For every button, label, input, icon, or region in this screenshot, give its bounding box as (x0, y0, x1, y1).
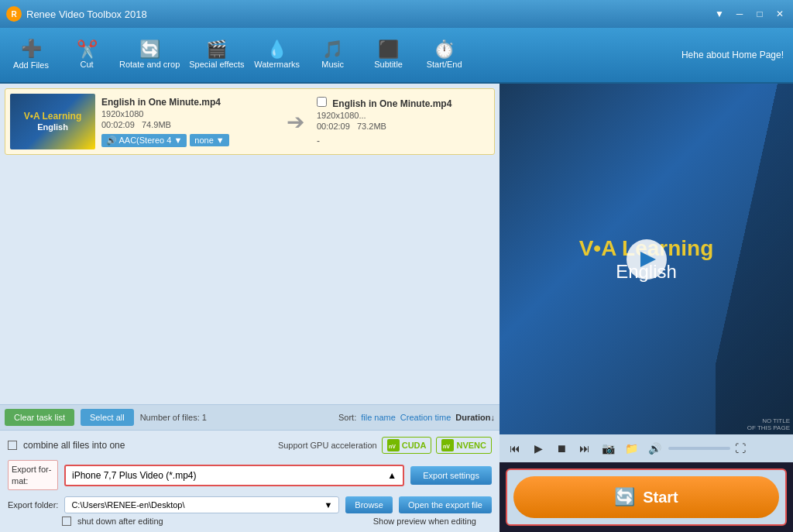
output-file-info: English in One Minute.mp4 1920x1080... 0… (317, 97, 489, 146)
home-page-text: Hehe about Home Page! (681, 50, 784, 60)
main-area: V•A Learning English English in One Minu… (0, 84, 793, 532)
close-button[interactable]: ✕ (773, 7, 787, 21)
folder-path-text: C:\Users\RENEE-en\Desktop\ (71, 500, 184, 510)
source-duration: 00:02:09 (101, 120, 135, 129)
file-thumbnail: V•A Learning English (10, 94, 95, 149)
logo-text: R (11, 10, 16, 19)
output-duration-size: 00:02:09 73.2MB (317, 122, 489, 131)
toolbar-rotate-crop[interactable]: 🔄 Rotate and crop (115, 29, 184, 81)
export-area: combine all files into one Support GPU a… (0, 430, 499, 532)
cut-label: Cut (80, 60, 93, 69)
rotate-label: Rotate and crop (119, 60, 180, 69)
nvenc-label: NVENC (456, 441, 486, 450)
export-folder-row: Export folder: C:\Users\RENEE-en\Desktop… (8, 496, 492, 513)
source-controls: 🔊 AAC(Stereo 4 ▼ none ▼ (101, 134, 274, 147)
export-folder-path: C:\Users\RENEE-en\Desktop\ ▼ (64, 496, 339, 513)
tray-button[interactable]: ▼ (712, 7, 726, 21)
folder-dropdown-arrow: ▼ (324, 500, 332, 510)
music-icon: 🎵 (322, 41, 343, 58)
volume-bar[interactable] (668, 447, 730, 450)
fullscreen-button[interactable]: ⛶ (735, 442, 746, 455)
export-settings-button[interactable]: Export settings (410, 466, 492, 485)
file-count-label: Number of files: 1 (140, 413, 207, 422)
sort-creation-time[interactable]: Creation time (400, 413, 451, 422)
export-format-value: iPhone 7,7 Plus Video (*.mp4) (72, 470, 197, 481)
output-checkbox[interactable] (317, 97, 327, 107)
shutdown-text: shut down after editing (77, 517, 163, 526)
skip-forward-button[interactable]: ⏭ (575, 439, 594, 458)
source-resolution: 1920x1080 (101, 109, 274, 118)
cuda-label: CUDA (402, 441, 427, 450)
toolbar-home-link[interactable]: Hehe about Home Page! (681, 50, 790, 60)
source-filename: English in One Minute.mp4 (101, 97, 274, 108)
start-label: Start (643, 489, 678, 506)
toolbar-start-end[interactable]: ⏱️ Start/End (417, 29, 472, 81)
app-title: Renee Video Toolbox 2018 (26, 9, 712, 20)
subtitle-dropdown[interactable]: none ▼ (190, 134, 228, 146)
toolbar-special-effects[interactable]: 🎬 Special effects (184, 29, 249, 81)
music-label: Music (321, 60, 344, 69)
diagonal-decoration (716, 84, 793, 434)
nvidia-nvenc-icon: nV (441, 439, 454, 451)
toolbar-watermarks[interactable]: 💧 Watermarks (249, 29, 305, 81)
audio-track-dropdown[interactable]: 🔊 AAC(Stereo 4 ▼ (101, 134, 187, 147)
file-item: V•A Learning English English in One Minu… (5, 88, 495, 155)
preview-label: Show preview when editing (373, 517, 476, 526)
titlebar: R Renee Video Toolbox 2018 ▼ ─ □ ✕ (0, 0, 793, 28)
export-format-select[interactable]: iPhone 7,7 Plus Video (*.mp4) ▲ (64, 465, 404, 486)
shutdown-checkbox[interactable] (62, 517, 71, 526)
toolbar-add-files[interactable]: ➕ Add Files (3, 29, 59, 81)
add-files-icon: ➕ (21, 40, 42, 57)
folder-button[interactable]: 📁 (622, 439, 640, 458)
combine-checkbox[interactable] (8, 441, 17, 450)
snapshot-button[interactable]: 📷 (599, 439, 617, 458)
output-name-text: English in One Minute.mp4 (332, 98, 451, 109)
toolbar-music[interactable]: 🎵 Music (305, 29, 361, 81)
skip-back-button[interactable]: ⏮ (506, 439, 524, 458)
open-folder-button[interactable]: Open the export file (399, 496, 492, 513)
video-info-text: NO TITLEOF THIS PAGE (747, 417, 790, 431)
export-folder-label: Export folder: (8, 500, 58, 510)
stop-button[interactable]: ⏹ (552, 439, 571, 458)
video-info-overlay: NO TITLEOF THIS PAGE (747, 417, 790, 431)
sort-file-name[interactable]: file name (361, 413, 396, 422)
maximize-button[interactable]: □ (753, 7, 767, 21)
toolbar-subtitle[interactable]: ⬛ Subtitle (361, 29, 417, 81)
window-controls: ▼ ─ □ ✕ (712, 7, 787, 21)
combine-gpu-row: combine all files into one Support GPU a… (8, 437, 492, 454)
start-end-icon: ⏱️ (434, 41, 455, 58)
select-all-button[interactable]: Select all (81, 409, 134, 426)
voa-logo-thumb: V•A Learning English (24, 111, 81, 132)
start-button[interactable]: 🔄 Start (513, 476, 779, 518)
export-format-label: Export for-mat: (8, 460, 58, 490)
gpu-support-label: Support GPU acceleration (278, 441, 377, 450)
watermarks-label: Watermarks (254, 60, 300, 69)
volume-button[interactable]: 🔊 (645, 439, 664, 458)
shutdown-label[interactable]: shut down after editing (62, 517, 163, 526)
source-duration-size: 00:02:09 74.9MB (101, 120, 274, 129)
gpu-row: Support GPU acceleration nV CUDA nV (278, 437, 492, 454)
start-end-label: Start/End (427, 60, 462, 69)
play-button[interactable] (627, 239, 667, 280)
nvenc-badge[interactable]: nV NVENC (436, 437, 492, 454)
clear-task-list-button[interactable]: Clear task list (5, 409, 74, 426)
video-preview: V•A Learning English NO TITLEOF THIS PAG… (499, 84, 793, 434)
sort-duration[interactable]: Duration↓ (455, 413, 495, 422)
toolbar-cut[interactable]: ✂️ Cut (59, 29, 115, 81)
effects-icon: 🎬 (206, 41, 227, 58)
convert-arrow-icon: ➔ (280, 109, 311, 135)
rotate-icon: 🔄 (139, 41, 160, 58)
thumbnail-bg: V•A Learning English (10, 94, 95, 149)
cuda-badge[interactable]: nV CUDA (382, 437, 432, 454)
shutdown-preview-row: shut down after editing Show preview whe… (8, 517, 492, 526)
combine-label[interactable]: combine all files into one (8, 440, 125, 451)
output-size: 73.2MB (357, 122, 386, 131)
browse-button[interactable]: Browse (345, 496, 393, 513)
video-background: V•A Learning English NO TITLEOF THIS PAG… (499, 84, 793, 434)
minimize-button[interactable]: ─ (733, 7, 747, 21)
svg-text:nV: nV (389, 444, 396, 449)
output-filename: English in One Minute.mp4 (317, 97, 489, 109)
output-duration: 00:02:09 (317, 122, 350, 131)
sort-label: Sort: (338, 413, 356, 422)
play-control-button[interactable]: ▶ (529, 439, 548, 458)
